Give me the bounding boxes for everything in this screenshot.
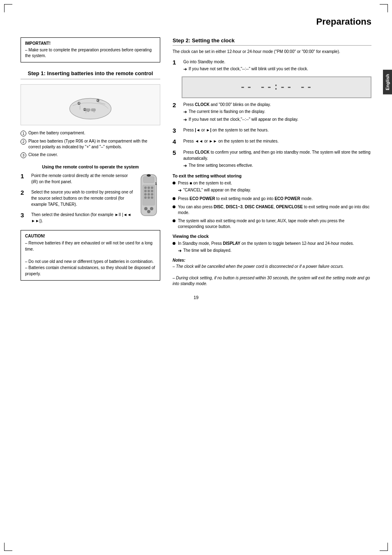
using-remote-section: 1 1 Point the remote control directly at… bbox=[21, 173, 160, 224]
remote-svg-side: 1 bbox=[138, 173, 160, 218]
exit-bullet-1: Press ■ on the system to exit. ➜ "CANCEL… bbox=[173, 180, 371, 193]
svg-point-15 bbox=[148, 187, 150, 189]
caution-title: CAUTION! bbox=[25, 234, 156, 238]
svg-point-17 bbox=[144, 190, 147, 192]
svg-rect-7 bbox=[91, 109, 95, 111]
two-column-layout: IMPORTANT! – Make sure to complete the p… bbox=[21, 37, 371, 287]
clock-step-3: 3 Press |◄ or ►| on the system to set th… bbox=[173, 127, 371, 134]
left-column: IMPORTANT! – Make sure to complete the p… bbox=[21, 37, 160, 287]
viewing-clock-heading: Viewing the clock bbox=[173, 234, 371, 239]
clock-step-2: 2 Press CLOCK and "00:00" blinks on the … bbox=[173, 101, 371, 123]
exit-bullet-3: You can also press DISC, DISC1~3, DISC C… bbox=[173, 204, 371, 216]
important-title: IMPORTANT! bbox=[25, 41, 156, 46]
svg-rect-6 bbox=[86, 109, 90, 111]
page: Preparations English IMPORTANT! – Make s… bbox=[0, 0, 392, 555]
svg-point-18 bbox=[148, 190, 150, 192]
corner-mark-br bbox=[380, 543, 388, 551]
caution-box: CAUTION! – Remove batteries if they are … bbox=[21, 230, 160, 281]
svg-rect-12 bbox=[143, 177, 154, 183]
remote-control-svg: ① ② ③ + – bbox=[64, 91, 117, 124]
english-tab: English bbox=[383, 70, 392, 94]
battery-step-3: 3 Close the cover. bbox=[21, 152, 160, 158]
svg-point-0 bbox=[69, 99, 111, 120]
important-box: IMPORTANT! – Make sure to complete the p… bbox=[21, 37, 160, 62]
svg-text:①: ① bbox=[77, 101, 81, 106]
svg-point-27 bbox=[150, 207, 153, 210]
clock-step-4: 4 Press ◄◄ or ►► on the system to set th… bbox=[173, 138, 371, 145]
step1-heading: Step 1: Inserting batteries into the rem… bbox=[21, 70, 160, 79]
using-step-1: 1 Point the remote control directly at t… bbox=[21, 173, 134, 185]
svg-text:②: ② bbox=[83, 108, 86, 112]
battery-step-2: 2 Place two batteries (Type R06 or AA) i… bbox=[21, 138, 160, 150]
clock-display: -- --:-- -- bbox=[182, 76, 371, 98]
exit-heading: To exit the setting without storing bbox=[173, 173, 371, 178]
exit-bullet-4: The system will also exit setting mode a… bbox=[173, 218, 371, 230]
svg-point-24 bbox=[148, 196, 150, 199]
notes-section: Notes: – The clock will be cancelled whe… bbox=[173, 258, 371, 287]
svg-point-16 bbox=[151, 187, 153, 189]
using-step-3: 3 Then select the desired function (for … bbox=[21, 212, 134, 224]
exit-bullet-2: Press ECO POWER to exit setting mode and… bbox=[173, 196, 371, 202]
svg-text:③: ③ bbox=[96, 99, 99, 103]
remote-image: 1 bbox=[138, 173, 160, 219]
svg-point-23 bbox=[144, 196, 147, 199]
clock-step-5: 5 Press CLOCK to confirm your setting, a… bbox=[173, 149, 371, 169]
viewing-bullet-1: In Standby mode, Press DISPLAY on the sy… bbox=[173, 241, 371, 254]
svg-point-28 bbox=[147, 210, 150, 213]
exit-bullets-list: Press ■ on the system to exit. ➜ "CANCEL… bbox=[173, 180, 371, 230]
svg-point-22 bbox=[151, 193, 153, 196]
battery-step-1: 1 Open the battery compartment. bbox=[21, 130, 160, 136]
svg-point-14 bbox=[144, 187, 147, 189]
using-step-2: 2 Select the source you wish to control … bbox=[21, 189, 134, 207]
page-number: 19 bbox=[21, 295, 371, 300]
important-text: – Make sure to complete the preparation … bbox=[25, 47, 156, 59]
svg-point-21 bbox=[148, 193, 150, 196]
battery-steps-list: 1 Open the battery compartment. 2 Place … bbox=[21, 130, 160, 158]
svg-text:1: 1 bbox=[155, 182, 157, 186]
svg-point-26 bbox=[144, 207, 148, 210]
step2-intro: The clock can be set in either 12-hour o… bbox=[173, 49, 371, 55]
page-title: Preparations bbox=[21, 16, 371, 29]
svg-point-20 bbox=[144, 193, 147, 196]
notes-text: – The clock will be cancelled when the p… bbox=[173, 264, 371, 287]
svg-point-29 bbox=[147, 174, 151, 177]
battery-illustration: ① ② ③ + – bbox=[21, 84, 160, 125]
using-remote-heading: Using the remote control to operate the … bbox=[21, 164, 160, 169]
viewing-bullets-list: In Standby mode, Press DISPLAY on the sy… bbox=[173, 241, 371, 254]
corner-mark-bl bbox=[4, 543, 12, 551]
clock-step-1: 1 Go into Standby mode. ➜ If you have no… bbox=[173, 59, 371, 72]
step2-heading: Step 2: Setting the clock bbox=[173, 37, 371, 46]
caution-text: – Remove batteries if they are exhausted… bbox=[25, 240, 156, 277]
corner-mark-tr bbox=[380, 4, 388, 12]
corner-mark-tl bbox=[4, 4, 12, 12]
notes-heading: Notes: bbox=[173, 258, 371, 263]
svg-point-19 bbox=[151, 190, 153, 192]
right-column: Step 2: Setting the clock The clock can … bbox=[173, 37, 371, 287]
svg-point-25 bbox=[151, 196, 153, 199]
